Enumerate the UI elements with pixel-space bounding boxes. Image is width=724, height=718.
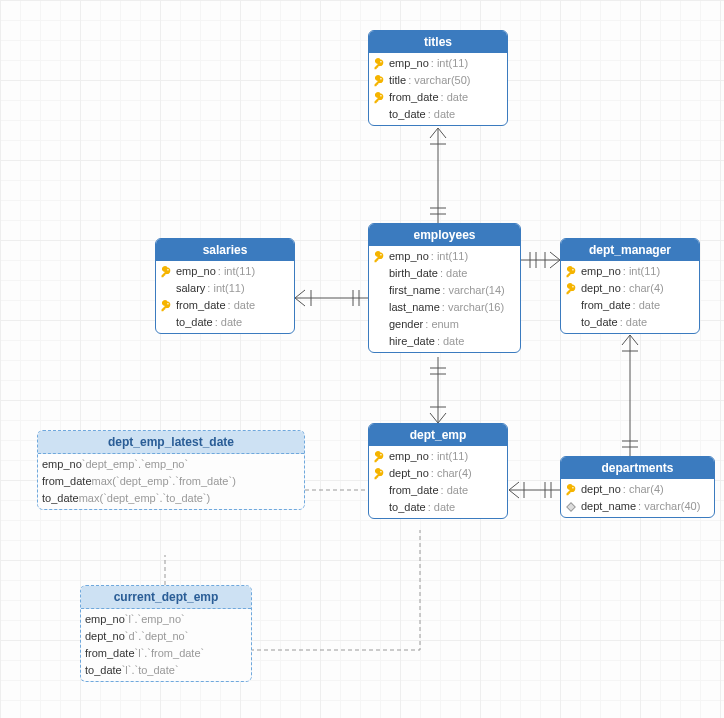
entity-employees[interactable]: employees emp_no: int(11)birth_date: dat… [368, 223, 521, 353]
view-column-row: emp_no `dept_emp`.`emp_no` [38, 456, 304, 473]
view-column-row: to_date `l`.`to_date` [81, 662, 251, 679]
column-name: dept_no [85, 629, 125, 644]
column-row: first_name: varchar(14) [369, 282, 520, 299]
blank-icon [373, 336, 385, 348]
column-name: birth_date [389, 266, 438, 281]
column-row: to_date: date [561, 314, 699, 331]
entity-body-salaries: emp_no: int(11)salary: int(11)from_date:… [156, 261, 294, 333]
column-name: emp_no [42, 457, 82, 472]
view-dept-emp-latest-date[interactable]: dept_emp_latest_date emp_no `dept_emp`.`… [37, 430, 305, 510]
column-row: emp_no: int(11) [369, 448, 507, 465]
column-name: hire_date [389, 334, 435, 349]
column-name: to_date [85, 663, 122, 678]
column-type: : date [428, 500, 456, 515]
column-row: emp_no: int(11) [369, 248, 520, 265]
column-name: to_date [389, 107, 426, 122]
column-expression: `dept_emp`.`emp_no` [82, 457, 188, 472]
key-icon [373, 251, 385, 263]
column-type: : int(11) [207, 281, 244, 296]
blank-icon [373, 285, 385, 297]
entity-header-employees: employees [369, 224, 520, 246]
column-row: salary: int(11) [156, 280, 294, 297]
view-column-row: emp_no `l`.`emp_no` [81, 611, 251, 628]
entity-departments[interactable]: departments dept_no: char(4)dept_name: v… [560, 456, 715, 518]
entity-titles[interactable]: titles emp_no: int(11)title: varchar(50)… [368, 30, 508, 126]
blank-icon [373, 109, 385, 121]
column-name: to_date [389, 500, 426, 515]
column-name: to_date [42, 491, 79, 506]
column-row: dept_no: char(4) [369, 465, 507, 482]
diamond-icon [565, 501, 577, 513]
column-row: emp_no: int(11) [561, 263, 699, 280]
column-row: birth_date: date [369, 265, 520, 282]
column-name: emp_no [389, 249, 429, 264]
view-header-cde: current_dept_emp [81, 586, 251, 609]
column-name: title [389, 73, 406, 88]
column-row: title: varchar(50) [369, 72, 507, 89]
blank-icon [373, 319, 385, 331]
blank-icon [565, 317, 577, 329]
column-name: dept_no [581, 482, 621, 497]
entity-dept-emp[interactable]: dept_emp emp_no: int(11)dept_no: char(4)… [368, 423, 508, 519]
view-column-row: from_date `l`.`from_date` [81, 645, 251, 662]
column-type: : enum [425, 317, 459, 332]
entity-salaries[interactable]: salaries emp_no: int(11)salary: int(11)f… [155, 238, 295, 334]
column-type: : date [215, 315, 243, 330]
view-body-deld: emp_no `dept_emp`.`emp_no`from_date max(… [38, 454, 304, 509]
view-body-cde: emp_no `l`.`emp_no`dept_no `d`.`dept_no`… [81, 609, 251, 681]
column-row: from_date: date [156, 297, 294, 314]
column-name: emp_no [389, 56, 429, 71]
entity-body-departments: dept_no: char(4)dept_name: varchar(40) [561, 479, 714, 517]
entity-dept-manager[interactable]: dept_manager emp_no: int(11)dept_no: cha… [560, 238, 700, 334]
key-icon [373, 468, 385, 480]
column-expression: `d`.`dept_no` [125, 629, 189, 644]
entity-header-titles: titles [369, 31, 507, 53]
key-icon [373, 75, 385, 87]
column-row: from_date: date [369, 89, 507, 106]
view-current-dept-emp[interactable]: current_dept_emp emp_no `l`.`emp_no`dept… [80, 585, 252, 682]
column-name: last_name [389, 300, 440, 315]
column-type: : date [228, 298, 256, 313]
column-type: : varchar(16) [442, 300, 504, 315]
column-type: : date [428, 107, 456, 122]
view-header-deld: dept_emp_latest_date [38, 431, 304, 454]
key-icon [565, 283, 577, 295]
column-type: : date [437, 334, 465, 349]
column-name: to_date [581, 315, 618, 330]
column-type: : varchar(50) [408, 73, 470, 88]
blank-icon [160, 317, 172, 329]
column-type: : date [441, 90, 469, 105]
column-type: : varchar(14) [442, 283, 504, 298]
column-type: : date [620, 315, 648, 330]
entity-body-employees: emp_no: int(11)birth_date: datefirst_nam… [369, 246, 520, 352]
column-row: to_date: date [369, 106, 507, 123]
column-expression: max(`dept_emp`.`to_date`) [79, 491, 210, 506]
column-row: hire_date: date [369, 333, 520, 350]
column-name: dept_name [581, 499, 636, 514]
column-row: dept_name: varchar(40) [561, 498, 714, 515]
column-name: from_date [581, 298, 631, 313]
column-name: emp_no [389, 449, 429, 464]
column-row: from_date: date [561, 297, 699, 314]
column-name: salary [176, 281, 205, 296]
column-type: : date [440, 266, 468, 281]
view-column-row: dept_no `d`.`dept_no` [81, 628, 251, 645]
column-name: first_name [389, 283, 440, 298]
entity-header-salaries: salaries [156, 239, 294, 261]
blank-icon [373, 302, 385, 314]
svg-rect-25 [567, 502, 575, 510]
column-name: emp_no [85, 612, 125, 627]
column-type: : date [441, 483, 469, 498]
key-icon [565, 266, 577, 278]
column-row: dept_no: char(4) [561, 280, 699, 297]
column-type: : date [633, 298, 661, 313]
entity-header-departments: departments [561, 457, 714, 479]
column-row: to_date: date [156, 314, 294, 331]
column-row: to_date: date [369, 499, 507, 516]
column-name: dept_no [581, 281, 621, 296]
column-name: from_date [85, 646, 135, 661]
column-row: dept_no: char(4) [561, 481, 714, 498]
view-column-row: from_date max(`dept_emp`.`from_date`) [38, 473, 304, 490]
blank-icon [373, 485, 385, 497]
column-name: from_date [389, 483, 439, 498]
